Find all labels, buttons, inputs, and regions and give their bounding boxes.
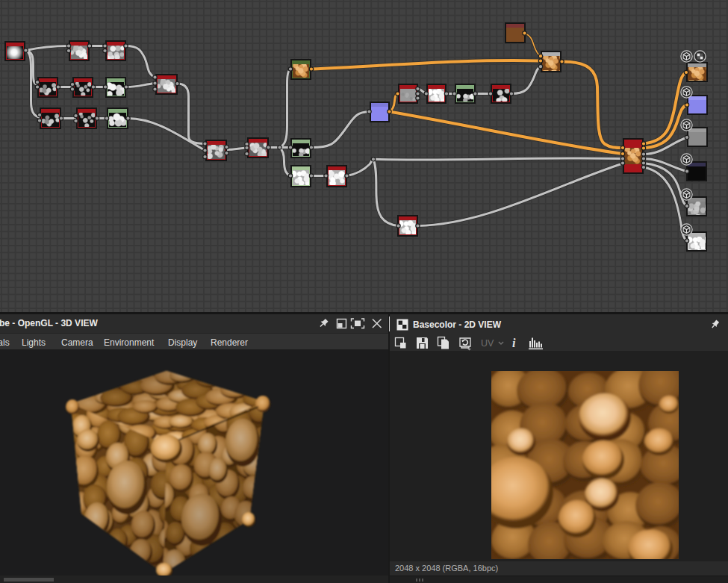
svg-text:UV: UV bbox=[481, 338, 494, 349]
svg-text:i: i bbox=[512, 337, 516, 349]
